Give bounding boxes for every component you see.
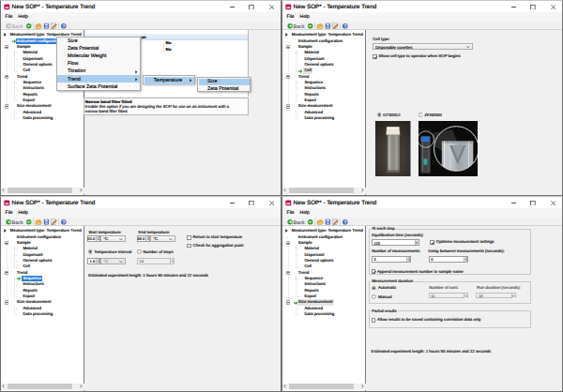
svg-text:Back: Back — [12, 219, 23, 225]
svg-text:Back: Back — [12, 23, 23, 29]
svg-text:Back: Back — [294, 23, 305, 29]
svg-text:Back: Back — [294, 219, 305, 225]
